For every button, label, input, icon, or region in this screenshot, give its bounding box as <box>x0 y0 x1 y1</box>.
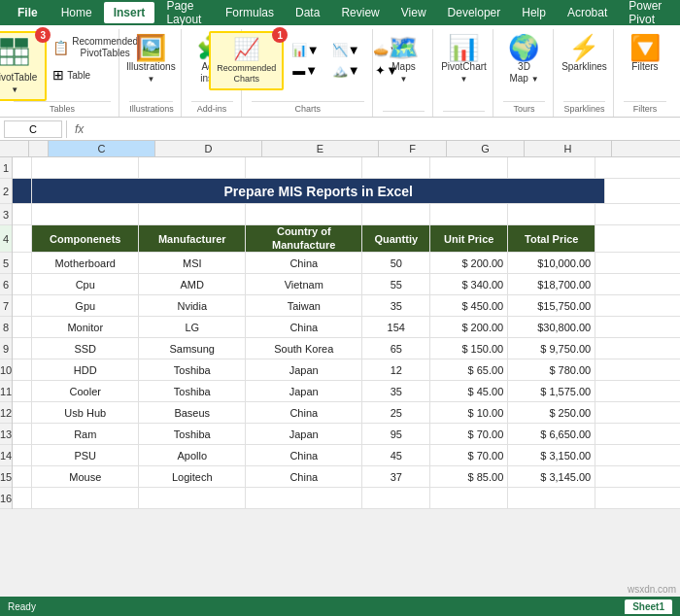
cell-qty-14[interactable]: 45 <box>362 445 430 465</box>
3d-map-button[interactable]: 🌍 3DMap ▼ <box>500 31 547 88</box>
cell-price-11[interactable]: $ 45.00 <box>430 381 508 401</box>
cell-country-5[interactable]: China <box>246 253 362 273</box>
cell-qty-10[interactable]: 12 <box>362 359 430 380</box>
cell-country-14[interactable]: China <box>246 445 362 465</box>
cell-manufacturer-8[interactable]: LG <box>139 317 246 337</box>
cell-h16[interactable] <box>508 488 595 508</box>
cell-price-12[interactable]: $ 10.00 <box>430 402 508 423</box>
cell-component-15[interactable]: Mouse <box>32 466 139 487</box>
cell-h3[interactable] <box>508 204 595 224</box>
cell-c3[interactable] <box>32 204 139 224</box>
cell-b4[interactable] <box>13 225 32 252</box>
cell-f1[interactable] <box>362 157 430 178</box>
tab-data[interactable]: Data <box>286 2 329 23</box>
pivot-chart-button[interactable]: 📊 PivotChart ▼ <box>433 31 494 88</box>
cell-price-5[interactable]: $ 200.00 <box>430 253 508 273</box>
column-chart-button[interactable]: 📊▼ <box>286 41 324 59</box>
cell-price-14[interactable]: $ 70.00 <box>430 445 508 465</box>
col-header-b[interactable] <box>29 141 49 156</box>
cell-country-6[interactable]: Vietnam <box>246 274 362 294</box>
cell-price-9[interactable]: $ 150.00 <box>430 338 508 359</box>
cell-qty-6[interactable]: 55 <box>362 274 430 294</box>
cell-country-7[interactable]: Taiwan <box>246 295 362 316</box>
cell-price-6[interactable]: $ 340.00 <box>430 274 508 294</box>
cell-f16[interactable] <box>362 488 430 508</box>
cell-component-6[interactable]: Cpu <box>32 274 139 294</box>
cell-manufacturer-12[interactable]: Baseus <box>139 402 246 423</box>
cell-qty-12[interactable]: 25 <box>362 402 430 423</box>
cell-component-9[interactable]: SSD <box>32 338 139 359</box>
illustrations-button[interactable]: 🖼️ Illustrations ▼ <box>119 31 184 88</box>
cell-country-10[interactable]: Japan <box>246 359 362 380</box>
cell-country-9[interactable]: South Korea <box>246 338 362 359</box>
cell-manufacturer-14[interactable]: Apollo <box>139 445 246 465</box>
cell-manufacturer-13[interactable]: Toshiba <box>139 424 246 444</box>
cell-qty-5[interactable]: 50 <box>362 253 430 273</box>
cell-qty-8[interactable]: 154 <box>362 317 430 337</box>
cell-price-15[interactable]: $ 85.00 <box>430 466 508 487</box>
header-total-price[interactable]: Total Price <box>508 225 595 252</box>
cell-g3[interactable] <box>430 204 508 224</box>
cell-manufacturer-7[interactable]: Nvidia <box>139 295 246 316</box>
cell-component-14[interactable]: PSU <box>32 445 139 465</box>
col-header-e[interactable]: E <box>262 141 379 156</box>
cell-e1[interactable] <box>246 157 362 178</box>
pivot-table-button[interactable]: 3 <box>0 31 47 101</box>
cell-qty-11[interactable]: 35 <box>362 381 430 401</box>
col-header-g[interactable]: G <box>447 141 525 156</box>
cell-f3[interactable] <box>362 204 430 224</box>
tab-review[interactable]: Review <box>331 2 389 23</box>
cell-total-5[interactable]: $10,000.00 <box>508 253 595 273</box>
tab-insert[interactable]: Insert <box>104 2 155 23</box>
cell-country-13[interactable]: Japan <box>246 424 362 444</box>
col-header-f[interactable]: F <box>379 141 447 156</box>
header-country[interactable]: Country ofManufacture <box>246 225 362 252</box>
col-header-c[interactable]: C <box>49 141 155 156</box>
cell-price-8[interactable]: $ 200.00 <box>430 317 508 337</box>
cell-total-9[interactable]: $ 9,750.00 <box>508 338 595 359</box>
cell-c1[interactable] <box>32 157 139 178</box>
cell-price-10[interactable]: $ 65.00 <box>430 359 508 380</box>
cell-manufacturer-11[interactable]: Toshiba <box>139 381 246 401</box>
cell-total-6[interactable]: $18,700.00 <box>508 274 595 294</box>
area-chart-button[interactable]: 🏔️▼ <box>326 61 365 80</box>
tab-page-layout[interactable]: Page Layout <box>156 0 214 30</box>
cell-total-14[interactable]: $ 3,150.00 <box>508 445 595 465</box>
col-header-h[interactable]: H <box>525 141 612 156</box>
maps-button[interactable]: 🗺️ Maps ▼ <box>380 31 426 88</box>
cell-g16[interactable] <box>430 488 508 508</box>
line-chart-button[interactable]: 📉▼ <box>326 41 365 59</box>
cell-d16[interactable] <box>139 488 246 508</box>
cell-b3[interactable] <box>13 204 32 224</box>
cell-h1[interactable] <box>508 157 595 178</box>
cell-total-10[interactable]: $ 780.00 <box>508 359 595 380</box>
cell-component-11[interactable]: Cooler <box>32 381 139 401</box>
cell-total-11[interactable]: $ 1,575.00 <box>508 381 595 401</box>
cell-total-12[interactable]: $ 250.00 <box>508 402 595 423</box>
cell-total-15[interactable]: $ 3,145.00 <box>508 466 595 487</box>
cell-manufacturer-5[interactable]: MSI <box>139 253 246 273</box>
cell-b1[interactable] <box>13 157 32 178</box>
cell-qty-15[interactable]: 37 <box>362 466 430 487</box>
tab-formulas[interactable]: Formulas <box>216 2 284 23</box>
cell-component-13[interactable]: Ram <box>32 424 139 444</box>
recommended-charts-button[interactable]: 1 📈 RecommendedCharts <box>209 31 284 90</box>
cell-price-13[interactable]: $ 70.00 <box>430 424 508 444</box>
cell-country-12[interactable]: China <box>246 402 362 423</box>
cell-c16[interactable] <box>32 488 139 508</box>
sparklines-button[interactable]: ⚡ Sparklines <box>554 31 615 77</box>
cell-e3[interactable] <box>246 204 362 224</box>
cell-g1[interactable] <box>430 157 508 178</box>
cell-component-8[interactable]: Monitor <box>32 317 139 337</box>
cell-manufacturer-9[interactable]: Samsung <box>139 338 246 359</box>
cell-d1[interactable] <box>139 157 246 178</box>
cell-manufacturer-10[interactable]: Toshiba <box>139 359 246 380</box>
cell-e16[interactable] <box>246 488 362 508</box>
file-tab[interactable]: File <box>6 0 50 25</box>
cell-b5[interactable] <box>13 253 32 273</box>
cell-country-11[interactable]: Japan <box>246 381 362 401</box>
name-box[interactable] <box>4 120 62 138</box>
tab-power-pivot[interactable]: Power Pivot <box>619 0 674 30</box>
header-unit-price[interactable]: Unit Price <box>430 225 508 252</box>
tab-developer[interactable]: Developer <box>438 2 511 23</box>
